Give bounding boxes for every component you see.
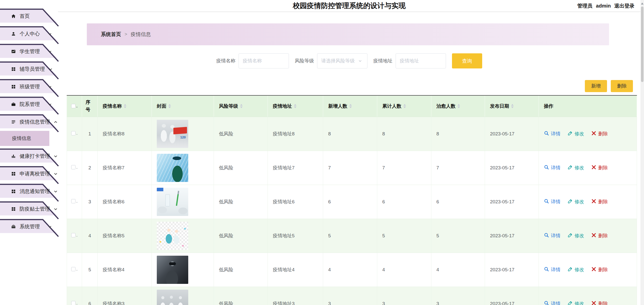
search-button[interactable]: 查询 bbox=[452, 53, 482, 68]
row-checkbox[interactable] bbox=[71, 301, 78, 305]
sidebar-item-leave-requests[interactable]: 申请离校管理 bbox=[0, 166, 58, 180]
edit-link[interactable]: 修改 bbox=[567, 131, 584, 137]
sidebar-item-content: 系统管理 bbox=[0, 220, 53, 233]
edit-link[interactable]: 修改 bbox=[567, 266, 584, 273]
row-total-count: 5 bbox=[377, 219, 431, 253]
sidebar-item-label: 首页 bbox=[20, 13, 30, 20]
column-header-actions: 操作 bbox=[539, 95, 637, 117]
column-header-name[interactable]: 疫情名称 bbox=[98, 95, 152, 117]
sidebar-item-counselors[interactable]: 辅导员管理 bbox=[0, 61, 58, 75]
cover-image[interactable] bbox=[157, 154, 188, 182]
column-header-cured_count[interactable]: 治愈人数 bbox=[431, 95, 485, 117]
x-icon bbox=[591, 266, 596, 273]
row-checkbox[interactable] bbox=[71, 267, 78, 272]
column-header-new_count[interactable]: 新增人数 bbox=[323, 95, 377, 117]
delete-link[interactable]: 删除 bbox=[591, 199, 608, 205]
add-button[interactable]: 新增 bbox=[585, 80, 607, 92]
row-cured-count: 8 bbox=[431, 117, 485, 151]
scrollbar-thumb[interactable] bbox=[641, 7, 643, 82]
sidebar-item-label: 辅导员管理 bbox=[20, 66, 45, 72]
select-all-header[interactable] bbox=[67, 95, 82, 117]
row-actions: 详情修改删除 bbox=[539, 219, 637, 253]
table-row: 1疫情名称8低风险疫情地址88882023-05-17详情修改删除 bbox=[67, 117, 637, 151]
risk-filter-select[interactable]: 请选择风险等级 bbox=[317, 53, 367, 68]
row-new-count: 3 bbox=[323, 287, 377, 305]
delete-link[interactable]: 删除 bbox=[591, 266, 608, 273]
detail-link[interactable]: 详情 bbox=[544, 300, 560, 305]
column-header-address[interactable]: 疫情地址 bbox=[268, 95, 323, 117]
sort-carets-icon bbox=[124, 104, 126, 108]
detail-link[interactable]: 详情 bbox=[544, 266, 560, 273]
sidebar-item-epidemic-info-mgmt[interactable]: 疫情信息管理 bbox=[0, 114, 58, 128]
sidebar-item-system[interactable]: 系统管理 bbox=[0, 219, 58, 233]
x-icon bbox=[591, 233, 596, 239]
sidebar-item-classes[interactable]: 班级管理 bbox=[0, 79, 58, 93]
sidebar-item-students[interactable]: 学生管理 bbox=[0, 44, 58, 58]
row-select-cell bbox=[67, 219, 82, 253]
sidebar-item-home[interactable]: 首页 bbox=[0, 9, 58, 23]
cover-image[interactable] bbox=[157, 256, 188, 284]
cover-image[interactable] bbox=[157, 222, 188, 250]
detail-link[interactable]: 详情 bbox=[544, 199, 560, 205]
edit-link[interactable]: 修改 bbox=[567, 300, 584, 305]
delete-link[interactable]: 删除 bbox=[591, 233, 608, 239]
scrollbar-up-arrow-icon[interactable] bbox=[641, 3, 643, 5]
row-checkbox[interactable] bbox=[71, 165, 78, 170]
column-header-label: 新增人数 bbox=[328, 103, 347, 109]
home-icon bbox=[11, 14, 16, 19]
delete-link[interactable]: 删除 bbox=[591, 300, 608, 305]
row-cured-count: 4 bbox=[431, 253, 485, 287]
user-icon bbox=[11, 31, 16, 36]
sidebar-item-health-checkin[interactable]: 健康打卡管理 bbox=[0, 148, 58, 163]
detail-link[interactable]: 详情 bbox=[544, 165, 560, 171]
row-checkbox[interactable] bbox=[71, 131, 78, 136]
column-header-date[interactable]: 发布日期 bbox=[485, 95, 539, 117]
grid-icon bbox=[11, 207, 16, 211]
sidebar-item-content: 辅导员管理 bbox=[0, 63, 53, 75]
chevron-down-icon bbox=[54, 172, 58, 176]
column-header-label: 疫情名称 bbox=[103, 103, 122, 109]
filter-row: 疫情名称 风险等级 请选择风险等级 疫情地址 查询 bbox=[58, 53, 640, 68]
row-total-count: 7 bbox=[377, 151, 431, 185]
x-icon bbox=[591, 199, 596, 205]
column-header-total_count[interactable]: 累计人数 bbox=[377, 95, 431, 117]
row-checkbox[interactable] bbox=[71, 199, 78, 204]
delete-link[interactable]: 删除 bbox=[591, 165, 608, 171]
detail-link[interactable]: 详情 bbox=[544, 233, 560, 239]
row-cured-count: 5 bbox=[431, 219, 485, 253]
row-select-cell bbox=[67, 117, 82, 151]
column-header-risk[interactable]: 风险等级 bbox=[214, 95, 268, 117]
name-filter-input[interactable] bbox=[239, 53, 289, 68]
sidebar-item-profile[interactable]: 个人中心 bbox=[0, 26, 58, 40]
logout-button[interactable]: 退出登录 bbox=[614, 3, 634, 9]
sidebar-item-notifications[interactable]: 消息通知管理 bbox=[0, 184, 58, 198]
edit-link[interactable]: 修改 bbox=[567, 233, 584, 239]
sidebar-item-content: 院系管理 bbox=[0, 98, 53, 111]
chart-icon bbox=[11, 49, 16, 54]
cover-image[interactable] bbox=[157, 188, 188, 216]
delete-button[interactable]: 删除 bbox=[611, 80, 633, 92]
sidebar-subitem-epidemic-info[interactable]: 疫情信息 bbox=[0, 131, 49, 146]
sidebar-item-departments[interactable]: 院系管理 bbox=[0, 97, 58, 111]
edit-link[interactable]: 修改 bbox=[567, 199, 584, 205]
row-checkbox[interactable] bbox=[71, 233, 78, 238]
column-header-label: 操作 bbox=[544, 103, 553, 109]
delete-link[interactable]: 删除 bbox=[591, 131, 608, 137]
column-header-cover[interactable]: 封面 bbox=[152, 95, 214, 117]
sort-carets-icon bbox=[168, 104, 171, 108]
pencil-icon bbox=[567, 165, 573, 171]
row-cured-count: 3 bbox=[431, 287, 485, 305]
cover-image[interactable] bbox=[157, 120, 188, 148]
sidebar-item-tips[interactable]: 防疫贴士管理 bbox=[0, 201, 58, 215]
select-all-checkbox[interactable] bbox=[71, 104, 78, 109]
address-filter-input[interactable] bbox=[396, 53, 446, 68]
breadcrumb-separator: > bbox=[125, 32, 127, 37]
detail-link[interactable]: 详情 bbox=[544, 131, 560, 137]
cover-image[interactable] bbox=[157, 290, 188, 305]
row-cover-cell bbox=[152, 151, 214, 185]
edit-link[interactable]: 修改 bbox=[567, 165, 584, 171]
chevron-down-icon bbox=[48, 102, 52, 106]
row-address: 疫情地址8 bbox=[268, 117, 323, 151]
breadcrumb-home-link[interactable]: 系统首页 bbox=[101, 31, 121, 38]
row-actions: 详情修改删除 bbox=[539, 253, 637, 287]
